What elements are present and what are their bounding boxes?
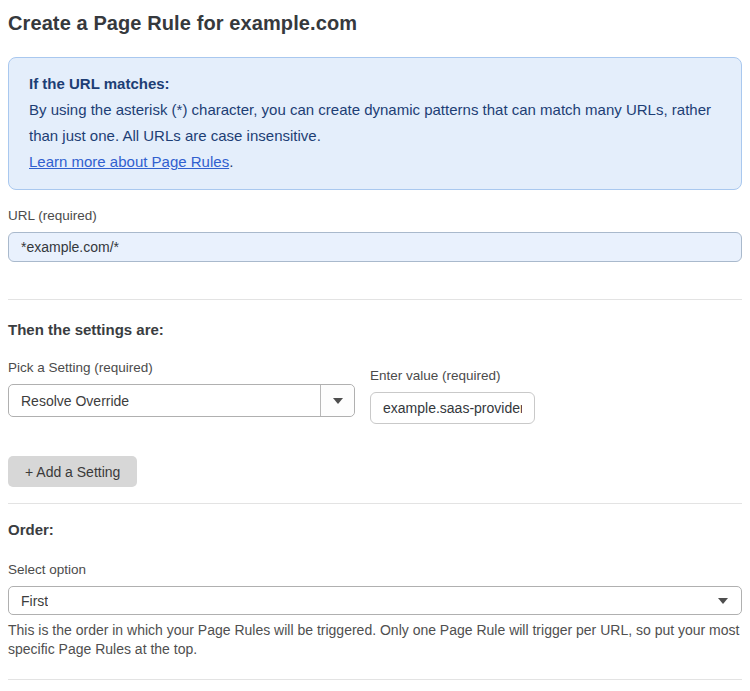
chevron-down-glyph <box>333 398 343 404</box>
learn-more-link[interactable]: Learn more about Page Rules <box>29 153 229 170</box>
setting-value-input[interactable] <box>370 392 535 424</box>
divider <box>8 679 742 680</box>
order-help-text: This is the order in which your Page Rul… <box>8 621 742 659</box>
order-section-heading: Order: <box>8 521 742 538</box>
chevron-down-icon[interactable] <box>320 385 354 416</box>
chevron-down-icon <box>718 598 728 604</box>
url-match-info-box: If the URL matches: By using the asteris… <box>8 57 742 190</box>
pick-setting-label: Pick a Setting (required) <box>8 360 355 375</box>
divider <box>8 299 742 300</box>
setting-select[interactable]: Resolve Override <box>8 384 355 417</box>
pick-setting-column: Pick a Setting (required) Resolve Overri… <box>8 360 355 417</box>
setting-select-value: Resolve Override <box>9 393 129 409</box>
url-label: URL (required) <box>8 208 742 223</box>
enter-value-label: Enter value (required) <box>370 368 535 383</box>
order-select[interactable]: First <box>8 586 742 615</box>
info-box-link-line: Learn more about Page Rules. <box>29 149 721 175</box>
settings-section-heading: Then the settings are: <box>8 321 742 338</box>
settings-row: Pick a Setting (required) Resolve Overri… <box>8 360 742 424</box>
url-input[interactable] <box>8 232 742 262</box>
page-title: Create a Page Rule for example.com <box>8 12 742 35</box>
info-box-body: By using the asterisk (*) character, you… <box>29 97 721 149</box>
add-setting-button[interactable]: + Add a Setting <box>8 456 137 487</box>
info-box-heading: If the URL matches: <box>29 71 721 97</box>
enter-value-column: Enter value (required) <box>370 368 535 424</box>
link-suffix-text: . <box>229 153 233 170</box>
order-select-value: First <box>9 593 48 609</box>
create-page-rule-form: Create a Page Rule for example.com If th… <box>0 0 750 691</box>
divider <box>8 503 742 504</box>
select-option-label: Select option <box>8 562 742 577</box>
